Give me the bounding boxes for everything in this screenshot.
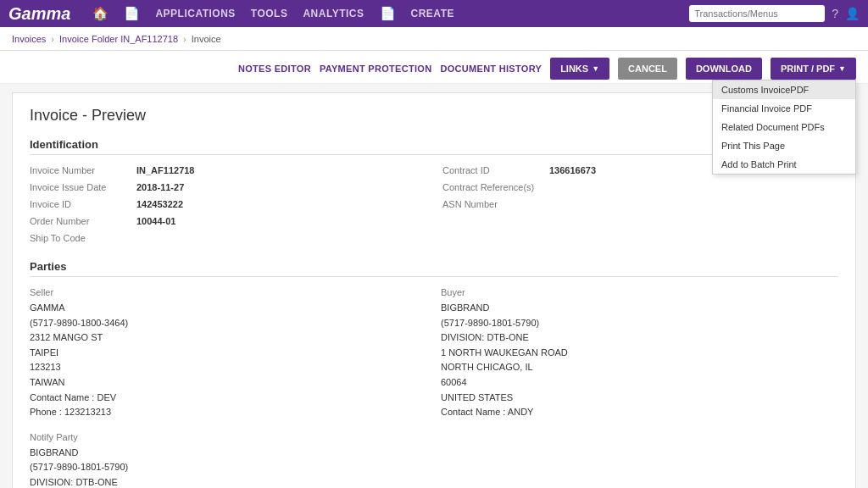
payment-protection-link[interactable]: PAYMENT PROTECTION [320, 64, 432, 74]
field-invoice-number: Invoice Number IN_AF112718 [30, 165, 426, 175]
nav-analytics[interactable]: ANALYTICS [303, 8, 364, 19]
breadcrumb-folder[interactable]: Invoice Folder IN_AF112718 [59, 34, 178, 44]
label-contract-ref: Contract Reference(s) [442, 182, 544, 192]
nav-applications[interactable]: APPLICATIONS [155, 8, 235, 19]
dropdown-batch-print[interactable]: Add to Batch Print [713, 155, 855, 174]
label-contract-id: Contract ID [442, 165, 544, 175]
global-search-input[interactable] [689, 5, 825, 22]
nav-tools[interactable]: TooLs [251, 8, 288, 19]
top-navigation: Gamma 🏠 📄 APPLICATIONS TooLs ANALYTICS 📄… [0, 0, 868, 27]
seller-column: Seller GAMMA (5717-9890-1800-3464) 2312 … [30, 287, 427, 488]
field-asn-number: ASN Number [442, 199, 838, 209]
print-pdf-container: PRINT / PDF ▼ Customs InvoicePDF Financi… [771, 58, 856, 80]
label-order-number: Order Number [30, 216, 131, 226]
notify-party-info: BIGBRAND (5717-9890-1801-5790) DIVISION:… [30, 446, 427, 488]
parties-title: Parties [30, 260, 838, 277]
dropdown-customs-invoice[interactable]: Customs InvoicePDF [713, 80, 855, 99]
doc-icon[interactable]: 📄 [124, 6, 140, 21]
breadcrumb: Invoices › Invoice Folder IN_AF112718 › … [0, 27, 868, 51]
nav-create[interactable]: CREATE [411, 8, 454, 19]
value-invoice-id: 142453222 [136, 199, 183, 209]
document-history-link[interactable]: DOCUMENT HISTORY [440, 64, 542, 74]
links-dropdown-caret: ▼ [592, 64, 599, 73]
download-button[interactable]: DOWNLOAD [686, 58, 762, 80]
breadcrumb-invoices[interactable]: Invoices [12, 34, 46, 44]
field-order-number: Order Number 10044-01 [30, 216, 426, 226]
label-invoice-number: Invoice Number [30, 165, 131, 175]
notes-editor-link[interactable]: NOTES EDITOR [238, 64, 311, 74]
links-button[interactable]: LINKS ▼ [550, 58, 609, 80]
parties-section: Parties Seller GAMMA (5717-9890-1800-346… [30, 260, 838, 488]
print-pdf-button[interactable]: PRINT / PDF ▼ [771, 58, 856, 80]
value-contract-id: 136616673 [549, 165, 596, 175]
dropdown-related-docs[interactable]: Related Document PDFs [713, 118, 855, 136]
action-bar: NOTES EDITOR PAYMENT PROTECTION DOCUMENT… [0, 51, 868, 84]
nav-right-section: ? 👤 [689, 5, 860, 22]
breadcrumb-sep-2: › [183, 34, 186, 44]
label-ship-to-code: Ship To Code [30, 233, 131, 243]
links-button-label: LINKS [560, 64, 588, 74]
buyer-header: Buyer [441, 287, 838, 297]
seller-info: GAMMA (5717-9890-1800-3464) 2312 MANGO S… [30, 301, 427, 420]
field-ship-to-code: Ship To Code [30, 233, 426, 243]
breadcrumb-sep-1: › [51, 34, 54, 44]
parties-grid: Seller GAMMA (5717-9890-1800-3464) 2312 … [30, 287, 838, 488]
dropdown-print-page[interactable]: Print This Page [713, 136, 855, 155]
print-dropdown-caret: ▼ [838, 64, 846, 73]
dropdown-financial-invoice[interactable]: Financial Invoice PDF [713, 99, 855, 118]
field-empty-1 [442, 216, 838, 226]
value-order-number: 10044-01 [136, 216, 176, 226]
buyer-info: BIGBRAND (5717-9890-1801-5790) DIVISION:… [441, 301, 838, 420]
label-asn-number: ASN Number [442, 199, 544, 209]
create-doc-icon: 📄 [380, 6, 396, 21]
help-icon[interactable]: ? [832, 7, 838, 20]
breadcrumb-current: Invoice [192, 34, 221, 44]
value-invoice-number: IN_AF112718 [136, 165, 195, 175]
cancel-button[interactable]: CANCEL [618, 58, 677, 80]
notify-party-header: Notify Party [30, 432, 427, 442]
label-invoice-id: Invoice ID [30, 199, 131, 209]
seller-header: Seller [30, 287, 427, 297]
field-contract-ref: Contract Reference(s) [442, 182, 838, 192]
home-icon[interactable]: 🏠 [92, 6, 108, 21]
user-avatar[interactable]: 👤 [845, 7, 860, 20]
identification-fields: Invoice Number IN_AF112718 Contract ID 1… [30, 165, 838, 243]
print-pdf-label: PRINT / PDF [781, 64, 835, 74]
field-invoice-id: Invoice ID 142453222 [30, 199, 426, 209]
field-invoice-date: Invoice Issue Date 2018-11-27 [30, 182, 426, 192]
label-invoice-date: Invoice Issue Date [30, 182, 131, 192]
print-dropdown-menu: Customs InvoicePDF Financial Invoice PDF… [712, 80, 856, 175]
app-logo: Gamma [8, 4, 70, 24]
value-invoice-date: 2018-11-27 [136, 182, 184, 192]
buyer-column: Buyer BIGBRAND (5717-9890-1801-5790) DIV… [441, 287, 838, 488]
